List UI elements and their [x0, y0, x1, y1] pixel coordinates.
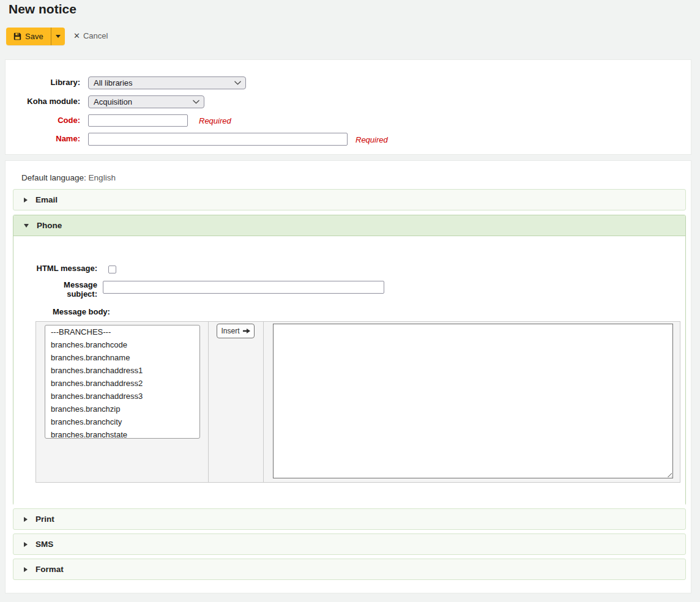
arrow-right-icon [243, 328, 250, 334]
x-icon: ✕ [73, 31, 80, 40]
section-format: Format [13, 559, 686, 580]
cancel-label: Cancel [83, 31, 108, 40]
insert-button[interactable]: Insert [217, 324, 255, 338]
default-language-value: English [89, 173, 116, 182]
merge-field-option[interactable]: branches.branchaddress2 [45, 377, 199, 390]
merge-field-option[interactable]: branches.branchcity [45, 415, 199, 428]
save-split-button: Save [6, 28, 65, 45]
message-body-editor: ---BRANCHES---branches.branchcodebranche… [35, 321, 680, 483]
merge-field-option[interactable]: ---BRANCHES--- [45, 325, 199, 338]
section-print: Print [13, 508, 686, 530]
html-message-checkbox[interactable] [108, 266, 116, 273]
code-label: Code: [6, 116, 80, 125]
html-message-label: HTML message: [36, 264, 97, 273]
save-button-label: Save [25, 32, 43, 41]
library-label: Library: [6, 78, 80, 87]
caret-right-icon [24, 517, 28, 522]
name-required-note: Required [356, 135, 388, 144]
section-sms-header[interactable]: SMS [13, 534, 685, 554]
section-format-header[interactable]: Format [13, 559, 685, 579]
section-phone-body: HTML message: Message subject: Message b… [13, 236, 685, 505]
merge-fields-listbox[interactable]: ---BRANCHES---branches.branchcodebranche… [45, 325, 200, 439]
library-select-value: All libraries [94, 78, 133, 87]
merge-field-option[interactable]: branches.branchcode [45, 338, 199, 351]
caret-right-icon [24, 567, 28, 572]
merge-field-option[interactable]: branches.branchname [45, 351, 199, 364]
section-phone-header[interactable]: Phone [13, 215, 685, 236]
floppy-disk-icon [13, 32, 21, 40]
merge-field-option[interactable]: branches.branchaddress3 [45, 390, 199, 403]
page-title: New notice [9, 2, 76, 17]
default-language-label: Default language: [21, 173, 86, 182]
caret-down-icon [56, 35, 61, 38]
message-body-label: Message body: [53, 307, 110, 316]
code-input[interactable] [88, 114, 188, 127]
page: New notice Save ✕ Cancel Library: All li… [0, 0, 700, 602]
merge-field-option[interactable]: branches.branchaddress1 [45, 364, 199, 377]
section-phone-title: Phone [37, 221, 62, 230]
koha-module-label: Koha module: [6, 97, 80, 106]
chevron-down-icon [234, 81, 241, 85]
merge-field-option[interactable]: branches.branchstate [45, 428, 199, 439]
letters-panel: Default language: English Email Phone HT… [5, 160, 691, 593]
section-email-header[interactable]: Email [13, 190, 685, 210]
message-body-textarea[interactable] [273, 324, 673, 478]
section-phone: Phone HTML message: Message subject: Mes… [13, 215, 686, 505]
save-button[interactable]: Save [6, 28, 51, 45]
library-select[interactable]: All libraries [88, 76, 246, 89]
save-dropdown-toggle[interactable] [51, 28, 65, 45]
name-input[interactable] [88, 133, 348, 146]
koha-module-select-value: Acquisition [94, 97, 132, 106]
column-divider [263, 322, 264, 482]
name-label: Name: [6, 134, 80, 143]
caret-right-icon [24, 198, 28, 203]
column-divider [208, 322, 209, 482]
default-language-line: Default language: English [21, 173, 116, 182]
section-email-title: Email [35, 195, 58, 204]
section-email: Email [13, 189, 686, 210]
chevron-down-icon [193, 100, 199, 104]
section-print-title: Print [35, 515, 54, 524]
koha-module-select[interactable]: Acquisition [88, 95, 204, 108]
caret-down-icon [24, 224, 29, 228]
section-sms: SMS [13, 533, 686, 555]
merge-field-option[interactable]: branches.branchzip [45, 403, 199, 415]
message-subject-input[interactable] [103, 281, 384, 294]
section-print-header[interactable]: Print [13, 509, 685, 529]
message-subject-label: Message subject: [36, 280, 97, 299]
code-required-note: Required [199, 116, 231, 125]
insert-button-label: Insert [221, 327, 239, 335]
section-format-title: Format [35, 565, 64, 574]
cancel-link[interactable]: ✕ Cancel [73, 31, 108, 40]
notice-form-panel: Library: All libraries Koha module: Acqu… [5, 59, 691, 155]
caret-right-icon [24, 542, 28, 547]
section-sms-title: SMS [35, 540, 53, 549]
